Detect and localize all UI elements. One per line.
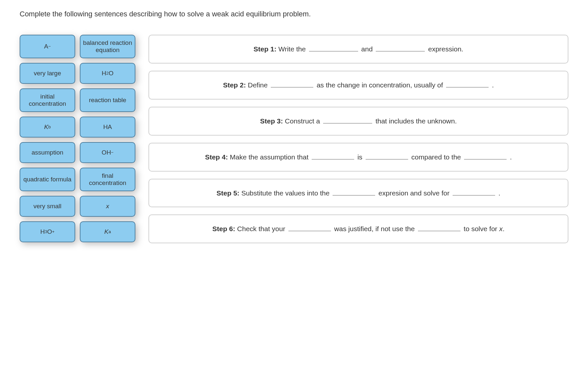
tile-ka[interactable]: Ka: [80, 221, 135, 242]
steps-panel: Step 1: Write the and expression. Step 2…: [148, 35, 568, 243]
step-3-box: Step 3: Construct a that includes the un…: [148, 107, 568, 136]
step-6-xvar: x: [499, 225, 503, 232]
step-2-label: Step 2:: [223, 81, 246, 89]
step-1-label: Step 1:: [253, 45, 276, 53]
tile-balanced-reaction-equation[interactable]: balanced reaction equation: [80, 35, 135, 58]
step-6-label: Step 6:: [212, 225, 235, 232]
step-4-box: Step 4: Make the assumption that is comp…: [148, 143, 568, 172]
step-1-text-3: expression.: [428, 45, 463, 53]
step-2-box: Step 2: Define as the change in concentr…: [148, 71, 568, 100]
step-4-text-3: compared to the: [411, 153, 463, 161]
tile-quadratic-formula[interactable]: quadratic formula: [20, 168, 75, 191]
step-4-blank-2[interactable]: [366, 152, 408, 159]
question-prompt: Complete the following sentences describ…: [20, 10, 568, 18]
step-3-blank-1[interactable]: [323, 116, 372, 123]
step-2-blank-1[interactable]: [271, 80, 313, 87]
tile-x[interactable]: x: [80, 196, 135, 217]
step-6-text-3: to solve for: [464, 225, 499, 232]
tile-a-minus[interactable]: A−: [20, 35, 75, 58]
step-1-blank-1[interactable]: [309, 44, 358, 51]
step-2-blank-2[interactable]: [446, 80, 489, 87]
step-5-text-2: expresion and solve for: [378, 189, 451, 197]
step-3-text-2: that includes the unknown.: [375, 117, 457, 125]
step-2-text-2: as the change in concentration, usually …: [317, 81, 445, 89]
step-6-text-2: was justified, if not use the: [334, 225, 417, 232]
step-5-text-3: .: [498, 189, 500, 197]
step-5-blank-2[interactable]: [453, 188, 495, 195]
tile-h3o-plus[interactable]: H3O+: [20, 221, 75, 242]
step-5-box: Step 5: Substitute the values into the e…: [148, 179, 568, 208]
step-1-text-2: and: [361, 45, 375, 53]
step-4-label: Step 4:: [205, 153, 228, 161]
step-4-blank-3[interactable]: [464, 152, 507, 159]
step-6-blank-2[interactable]: [418, 224, 460, 231]
step-2-text-1: Define: [246, 81, 269, 89]
step-3-label: Step 3:: [260, 117, 283, 125]
step-1-text-1: Write the: [276, 45, 307, 53]
step-6-blank-1[interactable]: [288, 224, 331, 231]
tile-final-concentration[interactable]: final concentration: [80, 168, 135, 191]
step-2-text-3: .: [492, 81, 494, 89]
tile-assumption[interactable]: assumption: [20, 142, 75, 163]
tile-reaction-table[interactable]: reaction table: [80, 88, 135, 112]
step-6-text-1: Check that your: [235, 225, 287, 232]
step-4-text-4: .: [510, 153, 512, 161]
step-5-blank-1[interactable]: [333, 188, 375, 195]
step-1-blank-2[interactable]: [376, 44, 425, 51]
step-5-label: Step 5:: [216, 189, 239, 197]
step-6-box: Step 6: Check that your was justified, i…: [148, 214, 568, 243]
step-1-box: Step 1: Write the and expression.: [148, 35, 568, 64]
step-4-text-1: Make the assumption that: [228, 153, 310, 161]
tile-initial-concentration[interactable]: initial concentration: [20, 88, 75, 112]
tile-very-small[interactable]: very small: [20, 196, 75, 217]
step-3-text-1: Construct a: [283, 117, 322, 125]
main-container: A− balanced reaction equation very large…: [20, 35, 568, 243]
step-5-text-1: Substitute the values into the: [239, 189, 331, 197]
tile-kb[interactable]: Kb: [20, 117, 75, 138]
tile-h2o[interactable]: H2O: [80, 63, 135, 84]
tile-oh-minus[interactable]: OH−: [80, 142, 135, 163]
tiles-panel: A− balanced reaction equation very large…: [20, 35, 135, 242]
step-4-blank-1[interactable]: [312, 152, 354, 159]
tile-very-large[interactable]: very large: [20, 63, 75, 84]
step-6-text-4: .: [503, 225, 505, 232]
tile-ha[interactable]: HA: [80, 117, 135, 138]
step-4-text-2: is: [357, 153, 364, 161]
